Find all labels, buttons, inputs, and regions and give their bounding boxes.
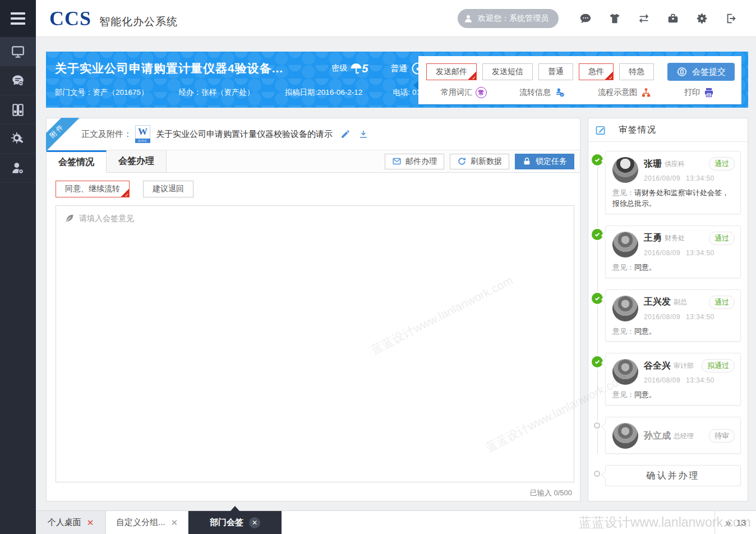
sidebar	[0, 0, 36, 534]
tab-sign-status[interactable]: 会签情况	[47, 150, 107, 173]
pending-circle-icon	[594, 422, 600, 429]
comment-icon[interactable]	[571, 7, 600, 30]
tab-count: 13	[736, 518, 746, 527]
confirm-handle-button[interactable]: 确认并办理	[605, 465, 741, 486]
refresh-data-button[interactable]: 刷新数据	[450, 154, 509, 169]
app-title: 智能化办公系统	[99, 15, 178, 29]
tab-overflow-icon[interactable]: »	[725, 517, 731, 528]
review-opinion: 意见：同意。	[612, 390, 735, 400]
mail-handle-button[interactable]: 邮件办理	[385, 154, 444, 169]
reviewer-dept: 供应科	[665, 159, 685, 169]
reviewer-name: 王兴发	[644, 296, 671, 308]
close-icon[interactable]: ✕	[171, 518, 178, 528]
avatar	[612, 423, 638, 449]
checked-corner-icon: ✓	[605, 71, 613, 80]
quill-icon	[64, 213, 75, 224]
doc-handler: 经办：张样（资产处）	[179, 88, 255, 98]
priority-extra-urgent-button[interactable]: 特急	[619, 63, 654, 80]
avatar	[612, 157, 638, 183]
tab-sign-handle[interactable]: 会签办理	[107, 150, 167, 172]
checked-corner-icon: ✓	[121, 188, 129, 197]
sidebar-item-settings[interactable]	[0, 125, 36, 154]
review-entry: 张珊 供应科 通过 2016/08/0913:34:50 意见：请财务处和监察审…	[605, 151, 741, 214]
status-badge: 拟通过	[702, 359, 735, 372]
reviewer-dept: 副总	[674, 297, 687, 307]
binders-icon	[11, 103, 25, 117]
lock-task-button[interactable]: 锁定任务	[515, 154, 574, 169]
reviewer-name: 谷全兴	[644, 360, 671, 372]
app-root: CCS 智能化办公系统 欢迎您：系统管理员	[0, 0, 756, 534]
opinion-textarea[interactable]: 请填入会签意见	[56, 205, 574, 482]
attachment-row: 正文及附件： W DOC 关于实业公司申请购置计量仪器校验设备的请示	[47, 118, 580, 150]
download-icon[interactable]	[358, 129, 368, 139]
review-timeline: 张珊 供应科 通过 2016/08/0913:34:50 意见：请财务处和监察审…	[588, 142, 748, 486]
pending-circle-icon	[594, 471, 600, 477]
gear-icon[interactable]	[688, 7, 717, 30]
bottom-tab-personal-desktop[interactable]: 个人桌面✕	[36, 511, 106, 534]
close-icon[interactable]: ✕	[87, 518, 94, 528]
confirm-entry: 确认并办理	[605, 465, 741, 486]
menu-toggle-icon[interactable]	[0, 0, 36, 37]
reviewer-name: 王勇	[644, 232, 662, 244]
timeline-rail	[597, 158, 598, 454]
user-pill[interactable]: 欢迎您：系统管理员	[458, 9, 559, 28]
approve-continue-button[interactable]: 同意、继续流转 ✓	[56, 181, 130, 197]
stamp-check-icon	[554, 87, 565, 98]
sidebar-item-archives[interactable]	[0, 95, 36, 125]
priority-normal-button[interactable]: 普通	[538, 63, 573, 80]
bottom-tab-custom-group[interactable]: 自定义分组...✕	[106, 511, 188, 534]
flow-chart-link[interactable]: 流程示意图	[598, 87, 652, 98]
main-card: 附件 正文及附件： W DOC 关于实业公司申请购置计量仪器校验设备的请示 会签…	[46, 118, 580, 501]
send-mail-button[interactable]: 发送邮件 ✓	[426, 63, 477, 80]
secrecy-value: 5	[362, 62, 368, 75]
sidebar-item-users[interactable]	[0, 154, 36, 183]
send-sms-button[interactable]: 发送短信	[482, 63, 533, 80]
attachment-filename[interactable]: 关于实业公司申请购置计量仪器校验设备的请示	[156, 129, 333, 140]
bottom-tab-dept-countersign[interactable]: 部门会签✕	[188, 511, 282, 534]
doc-title: 关于实业公司申请购置计量仪器4验设备...	[55, 61, 283, 76]
status-badge: 通过	[709, 157, 735, 171]
doc-banner: 关于实业公司申请购置计量仪器4验设备... 密级 5 普通 部门文号：资产（20…	[46, 52, 748, 108]
avatar	[612, 232, 638, 257]
review-title: 审签情况	[619, 125, 657, 135]
word-doc-icon[interactable]: W DOC	[135, 125, 150, 143]
reviewer-dept: 总经理	[674, 431, 694, 441]
sidebar-item-messages[interactable]	[0, 66, 36, 95]
priority-urgent-button[interactable]: 急件 ✓	[579, 63, 614, 80]
logo-text: CCS	[49, 7, 91, 30]
edit-pencil-icon[interactable]	[340, 129, 351, 139]
opinion-placeholder: 请填入会签意见	[56, 206, 574, 224]
checked-corner-icon: ✓	[468, 71, 476, 80]
reviewer-dept: 审计部	[674, 361, 694, 371]
lock-icon	[522, 156, 532, 166]
logout-icon[interactable]	[717, 7, 746, 30]
review-header: 审签情况	[588, 118, 748, 142]
secrecy-label: 密级	[331, 63, 347, 73]
status-badge: 待审	[709, 429, 735, 443]
review-entry: 王兴发 副总 通过 2016/08/0913:34:50 意见：同意。	[605, 289, 741, 342]
approved-check-icon	[592, 229, 603, 240]
review-entry: 孙立成 总经理 待审	[605, 417, 741, 454]
countersign-submit-button[interactable]: 会签提交	[667, 63, 735, 81]
theme-tshirt-icon[interactable]	[600, 7, 629, 30]
review-time: 2016/08/0913:34:50	[644, 376, 735, 384]
swap-arrows-icon[interactable]	[629, 7, 658, 30]
review-entry: 王勇 财务处 通过 2016/08/0913:34:50 意见：同意。	[605, 225, 741, 278]
common-words-icon: 常	[476, 87, 487, 98]
print-link[interactable]: 打印	[684, 87, 714, 98]
panel-pointer	[413, 81, 418, 90]
sidebar-item-desktop[interactable]	[0, 37, 36, 66]
monitor-icon	[11, 44, 25, 59]
review-time: 2016/08/0913:34:50	[644, 249, 735, 257]
suggest-return-button[interactable]: 建议退回	[143, 181, 193, 197]
review-entry: 谷全兴 审计部 拟通过 2016/08/0913:34:50 意见：同意。	[605, 353, 741, 406]
edit-note-icon	[595, 125, 606, 136]
submit-cycle-icon	[676, 66, 688, 77]
topbar-actions: 欢迎您：系统管理员	[458, 7, 746, 30]
flow-info-link[interactable]: 流转信息	[519, 87, 565, 98]
main-tab-row: 会签情况 会签办理 邮件办理 刷新数据 锁定任务	[47, 150, 580, 173]
common-words-link[interactable]: 常用词汇 常	[441, 87, 487, 98]
close-icon[interactable]: ✕	[249, 517, 260, 528]
briefcase-icon[interactable]	[658, 7, 688, 30]
avatar	[612, 296, 638, 321]
